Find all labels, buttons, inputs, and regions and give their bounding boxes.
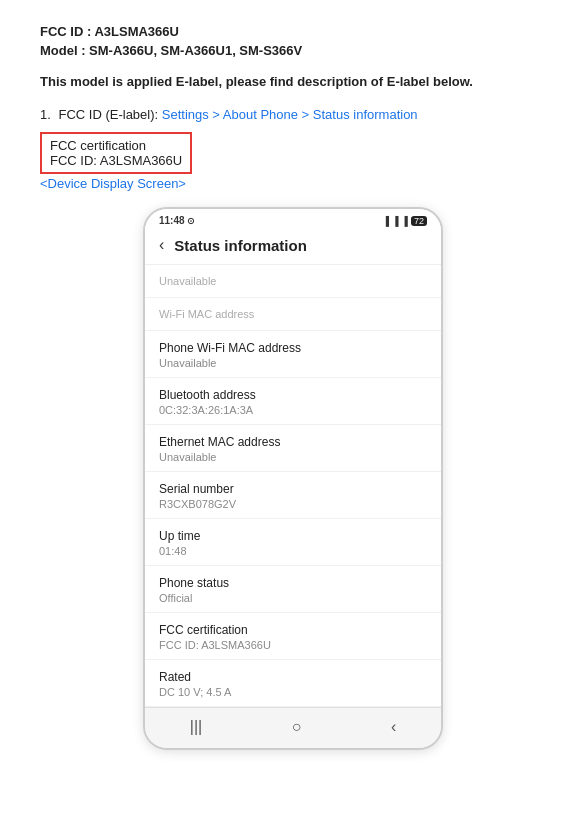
list-item-ethernet: Ethernet MAC address Unavailable [145,425,441,472]
list-item: Wi-Fi MAC address [145,298,441,331]
ethernet-label: Ethernet MAC address [159,435,427,449]
fcc-cert-value: FCC ID: A3LSMA366U [159,639,427,651]
item-label: Bluetooth address [159,388,427,402]
phone-nav-bar: ||| ○ ‹ [145,707,441,748]
fcc-cert-label: FCC certification [159,623,427,637]
item-label: Wi-Fi MAC address [159,308,427,320]
list-item: Bluetooth address 0C:32:3A:26:1A:3A [145,378,441,425]
device-display-link[interactable]: <Device Display Screen> [40,176,546,191]
phone-body: Unavailable Wi-Fi MAC address Phone Wi-F… [145,265,441,707]
instruction-text: FCC ID (E-label): Settings > About Phone… [58,107,417,122]
item-label: Serial number [159,482,427,496]
nav-back-icon[interactable]: ‹ [391,718,396,736]
item-label: Unavailable [159,275,427,287]
list-item-phone-status: Phone status Official [145,566,441,613]
nav-home-icon[interactable]: ○ [292,718,302,736]
item-label: Phone Wi-Fi MAC address [159,341,427,355]
item-label: Up time [159,529,427,543]
phone-status-value: Official [159,592,427,604]
screen-title: Status information [174,237,307,254]
list-item-fcc: FCC certification FCC ID: A3LSMA366U [145,613,441,660]
list-item: Serial number R3CXB078G2V [145,472,441,519]
phone-status-bar: 11:48 ⊙ ▐ ▐ ▐ 72 [145,209,441,228]
fcc-id-line: FCC ID : A3LSMA366U [40,24,546,39]
highlight-line2: FCC ID: A3LSMA366U [50,153,182,168]
highlight-line1: FCC certification [50,138,182,153]
item-value: Unavailable [159,357,427,369]
instruction: 1. FCC ID (E-label): Settings > About Ph… [40,107,546,122]
step-number: 1. [40,107,51,122]
model-line: Model : SM-A366U, SM-A366U1, SM-S366V [40,43,546,58]
ethernet-value: Unavailable [159,451,427,463]
doc-header: FCC ID : A3LSMA366U Model : SM-A366U, SM… [40,24,546,58]
highlight-box: FCC certification FCC ID: A3LSMA366U [40,132,192,174]
item-value: 01:48 [159,545,427,557]
list-item: Unavailable [145,265,441,298]
doc-notice: This model is applied E-label, please fi… [40,74,546,89]
list-item: Phone Wi-Fi MAC address Unavailable [145,331,441,378]
list-item-rated: Rated DC 10 V; 4.5 A [145,660,441,707]
list-item: Up time 01:48 [145,519,441,566]
phone-icons: ▐ ▐ ▐ 72 [383,216,427,226]
nav-path: Settings > About Phone > Status informat… [162,107,418,122]
item-value: 0C:32:3A:26:1A:3A [159,404,427,416]
item-value: R3CXB078G2V [159,498,427,510]
nav-menu-icon[interactable]: ||| [190,718,202,736]
phone-header: ‹ Status information [145,228,441,265]
phone-time: 11:48 ⊙ [159,215,195,226]
rated-value: DC 10 V; 4.5 A [159,686,427,698]
phone-status-label: Phone status [159,576,427,590]
rated-label: Rated [159,670,427,684]
back-arrow-icon[interactable]: ‹ [159,236,164,254]
phone-mockup: 11:48 ⊙ ▐ ▐ ▐ 72 ‹ Status information Un… [143,207,443,750]
